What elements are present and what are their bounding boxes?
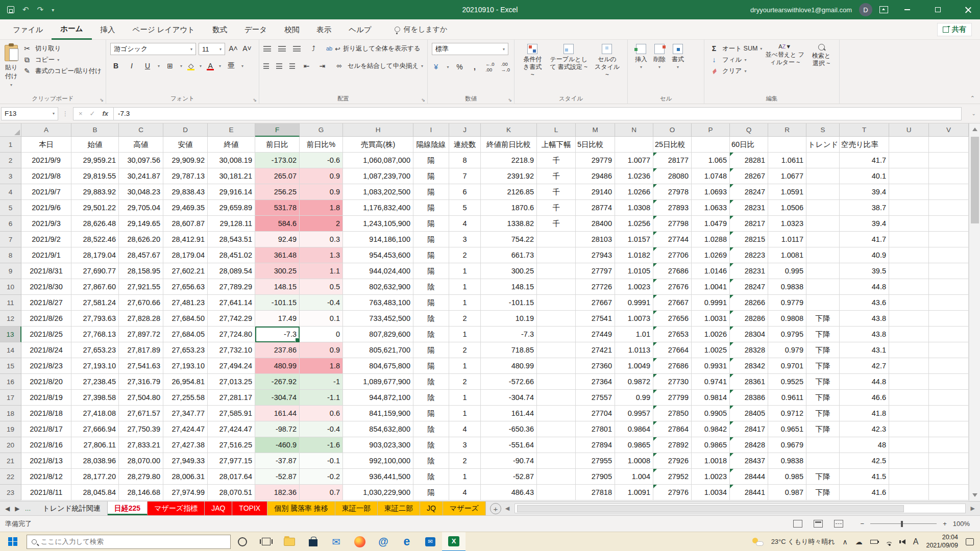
column-header-T[interactable]: T	[840, 123, 889, 137]
cell[interactable]: 763,483,100	[343, 295, 413, 311]
cell[interactable]	[929, 406, 969, 421]
cell[interactable]: 27,494.24	[208, 358, 255, 374]
cell[interactable]: 27978	[653, 184, 692, 200]
avatar[interactable]: D	[859, 3, 872, 16]
cell[interactable]: 27,670.66	[119, 295, 163, 311]
cell[interactable]: 1.0105	[615, 263, 653, 279]
zoom-level[interactable]: 100%	[953, 520, 970, 528]
cell-styles-button[interactable]: セルの スタイル ~	[591, 43, 623, 94]
cell[interactable]: 27364	[576, 374, 615, 390]
cell[interactable]: -52.87	[255, 469, 300, 485]
cell[interactable]: 29,705.04	[119, 200, 163, 216]
row-header-17[interactable]: 17	[0, 390, 21, 406]
cell[interactable]	[889, 153, 929, 168]
cell[interactable]: 1.0049	[615, 358, 653, 374]
cell[interactable]: 28,279.80	[119, 469, 163, 485]
cell[interactable]: 1870.6	[481, 200, 537, 216]
cell[interactable]: 1.0323	[768, 216, 806, 232]
cell[interactable]: 27,974.99	[163, 485, 208, 500]
cell[interactable]: 陽	[413, 247, 449, 263]
cell[interactable]: 28286	[730, 311, 768, 327]
cell[interactable]	[889, 390, 929, 406]
cell[interactable]: 27744	[653, 232, 692, 247]
cell[interactable]	[537, 295, 576, 311]
undo-icon[interactable]: ↶	[22, 5, 29, 14]
cell[interactable]: 0.9957	[615, 406, 653, 421]
cell[interactable]: 733,452,500	[343, 311, 413, 327]
row-header-16[interactable]: 16	[0, 374, 21, 390]
cell[interactable]: 27,656.63	[163, 279, 208, 295]
cell[interactable]: 27,193.10	[163, 358, 208, 374]
cell[interactable]: 2021/8/18	[21, 406, 71, 421]
cell[interactable]	[929, 485, 969, 500]
column-header-G[interactable]: G	[300, 123, 343, 137]
cell[interactable]: -90.74	[481, 453, 537, 469]
qat-customize-icon[interactable]: ▾	[52, 7, 54, 13]
cell[interactable]: 27360	[576, 358, 615, 374]
cell[interactable]: -1	[300, 374, 343, 390]
cell[interactable]	[806, 153, 840, 168]
percent-icon[interactable]: %	[455, 61, 463, 72]
cell[interactable]: 27686	[653, 358, 692, 374]
cell[interactable]: 下降	[806, 311, 840, 327]
row-header-11[interactable]: 11	[0, 295, 21, 311]
cell[interactable]: 46.6	[840, 390, 889, 406]
start-button[interactable]	[0, 532, 26, 551]
enter-icon[interactable]: ✓	[90, 110, 95, 117]
sheet-tab[interactable]: 東証一部	[335, 502, 378, 515]
ribbon-tab-ファイル[interactable]: ファイル	[4, 20, 52, 39]
cell[interactable]	[806, 263, 840, 279]
cell[interactable]: 1.0288	[692, 232, 730, 247]
cell[interactable]: 841,159,900	[343, 406, 413, 421]
cell[interactable]: 28444	[730, 469, 768, 485]
dialog-launcher-icon[interactable]: ⇘	[100, 97, 104, 103]
cell[interactable]: 28281	[730, 153, 768, 168]
cell[interactable]: 千	[537, 153, 576, 168]
cell[interactable]: 27,281.17	[208, 390, 255, 406]
onedrive-icon[interactable]: ☁	[855, 538, 863, 546]
header-cell[interactable]: 前日比	[255, 137, 300, 153]
cell[interactable]: 0.9712	[768, 406, 806, 421]
cell[interactable]: 48	[840, 437, 889, 453]
cell[interactable]: 0.985	[768, 469, 806, 485]
cell[interactable]: 2021/8/20	[21, 374, 71, 390]
cell[interactable]	[806, 453, 840, 469]
cell[interactable]: -0.1	[300, 453, 343, 469]
cell[interactable]: 27892	[653, 437, 692, 453]
sheet-tab[interactable]: 東証二部	[378, 502, 420, 515]
search-input[interactable]	[41, 538, 209, 545]
cell[interactable]: 1.0506	[768, 200, 806, 216]
cell[interactable]	[929, 437, 969, 453]
format-painter-button[interactable]: ✎書式のコピー/貼り付け	[21, 65, 102, 77]
row-header-3[interactable]: 3	[0, 168, 21, 184]
cell[interactable]: 0.9795	[768, 327, 806, 342]
cell[interactable]: 27,641.14	[208, 295, 255, 311]
scroll-up-icon[interactable]	[972, 128, 977, 131]
cell[interactable]: 28,006.31	[163, 469, 208, 485]
volume-icon[interactable]	[901, 539, 905, 544]
cell[interactable]: 1.004	[615, 469, 653, 485]
cell[interactable]: 0.5	[300, 279, 343, 295]
save-icon[interactable]	[7, 6, 14, 13]
cell[interactable]: 28342	[730, 358, 768, 374]
cell[interactable]: 1.0018	[692, 453, 730, 469]
cell[interactable]: 944,024,400	[343, 263, 413, 279]
cell[interactable]: 陽	[413, 342, 449, 358]
cell[interactable]: 1.0031	[692, 311, 730, 327]
cell[interactable]: 陽	[413, 295, 449, 311]
cell[interactable]: 903,023,300	[343, 437, 413, 453]
cell[interactable]: 954,453,600	[343, 247, 413, 263]
cell[interactable]: 28247	[730, 184, 768, 200]
cell[interactable]: -1.1	[300, 390, 343, 406]
cell[interactable]	[889, 342, 929, 358]
cell[interactable]: 265.07	[255, 168, 300, 184]
row-header-10[interactable]: 10	[0, 279, 21, 295]
cell[interactable]: 28304	[730, 327, 768, 342]
select-all-corner[interactable]	[0, 123, 21, 137]
name-box[interactable]: F13▾	[1, 107, 58, 120]
cell[interactable]	[889, 200, 929, 216]
cell[interactable]: 1.0157	[615, 232, 653, 247]
cell[interactable]	[806, 232, 840, 247]
cell[interactable]: 0.9814	[692, 390, 730, 406]
cell[interactable]: 28,607.87	[163, 216, 208, 232]
